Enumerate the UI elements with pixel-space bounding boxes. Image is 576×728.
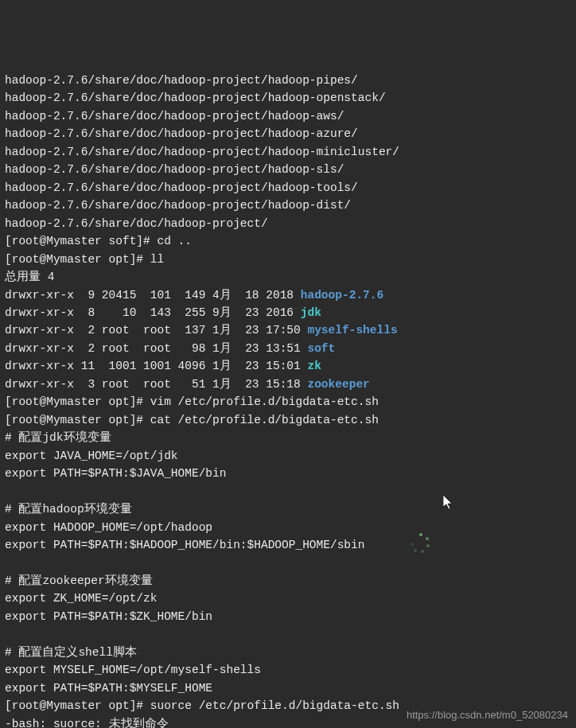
- file-content-line: # 配置jdk环境变量: [5, 429, 571, 446]
- file-content-line: export JAVA_HOME=/opt/jdk: [5, 447, 571, 465]
- ls-total: 总用量 4: [5, 268, 571, 286]
- file-content-line: [5, 555, 571, 572]
- ls-row: drwxr-xr-x 3 root root 51 1月 23 15:18 zo…: [5, 376, 571, 393]
- command-text: suorce /etc/profile.d/bigdata-etc.sh: [150, 699, 399, 712]
- shell-prompt: [root@Mymaster opt]#: [5, 253, 150, 266]
- tar-output-line: hadoop-2.7.6/share/doc/hadoop-project/ha…: [5, 72, 571, 89]
- file-content-line: # 配置zookeeper环境变量: [5, 572, 571, 590]
- file-content-line: export PATH=$PATH:$ZK_HOME/bin: [5, 608, 571, 625]
- command-line: [root@Mymaster opt]# cat /etc/profile.d/…: [5, 411, 571, 429]
- directory-name: myself-shells: [307, 324, 397, 337]
- file-content-line: # 配置hadoop环境变量: [5, 500, 571, 518]
- ls-row: drwxr-xr-x 2 root root 98 1月 23 13:51 so…: [5, 340, 571, 357]
- shell-prompt: [root@Mymaster opt]#: [5, 395, 150, 408]
- tar-output-line: hadoop-2.7.6/share/doc/hadoop-project/ha…: [5, 143, 571, 161]
- shell-prompt: [root@Mymaster soft]#: [5, 235, 157, 247]
- tar-output-line: hadoop-2.7.6/share/doc/hadoop-project/: [5, 215, 571, 232]
- ls-row: drwxr-xr-x 9 20415 101 149 4月 18 2018 ha…: [5, 286, 571, 304]
- command-text: vim /etc/profile.d/bigdata-etc.sh: [150, 395, 379, 408]
- ls-row: drwxr-xr-x 11 1001 1001 4096 1月 23 15:01…: [5, 357, 571, 375]
- file-content-line: export PATH=$PATH:$JAVA_HOME/bin: [5, 465, 571, 482]
- directory-name: hadoop-2.7.6: [301, 289, 383, 302]
- file-content-line: export PATH=$PATH:$HADOOP_HOME/bin:$HADO…: [5, 536, 571, 554]
- file-content-line: [5, 483, 571, 500]
- file-content-line: export MYSELF_HOME=/opt/myself-shells: [5, 661, 571, 679]
- file-content-line: export ZK_HOME=/opt/zk: [5, 590, 571, 607]
- terminal[interactable]: hadoop-2.7.6/share/doc/hadoop-project/ha…: [5, 72, 571, 728]
- tar-output-line: hadoop-2.7.6/share/doc/hadoop-project/ha…: [5, 161, 571, 178]
- file-content-line: [5, 625, 571, 643]
- tar-output-line: hadoop-2.7.6/share/doc/hadoop-project/ha…: [5, 125, 571, 142]
- shell-prompt: [root@Mymaster opt]#: [5, 414, 150, 426]
- directory-name: zk: [307, 360, 321, 372]
- tar-output-line: hadoop-2.7.6/share/doc/hadoop-project/ha…: [5, 89, 571, 107]
- command-line: [root@Mymaster opt]# ll: [5, 251, 571, 268]
- file-content-line: export PATH=$PATH:$MYSELF_HOME: [5, 679, 571, 697]
- command-line: [root@Mymaster soft]# cd ..: [5, 232, 571, 250]
- file-content-line: export HADOOP_HOME=/opt/hadoop: [5, 519, 571, 536]
- shell-prompt: [root@Mymaster opt]#: [5, 699, 150, 712]
- command-text: cat /etc/profile.d/bigdata-etc.sh: [150, 414, 379, 426]
- directory-name: soft: [307, 342, 335, 355]
- ls-row: drwxr-xr-x 8 10 143 255 9月 23 2016 jdk: [5, 304, 571, 321]
- command-text: cd ..: [157, 235, 192, 247]
- tar-output-line: hadoop-2.7.6/share/doc/hadoop-project/ha…: [5, 179, 571, 197]
- tar-output-line: hadoop-2.7.6/share/doc/hadoop-project/ha…: [5, 197, 571, 214]
- tar-output-line: hadoop-2.7.6/share/doc/hadoop-project/ha…: [5, 107, 571, 125]
- command-text: ll: [150, 253, 164, 266]
- watermark-text: https://blog.csdn.net/m0_52080234: [407, 707, 568, 723]
- file-content-line: # 配置自定义shell脚本: [5, 644, 571, 661]
- directory-name: jdk: [301, 306, 321, 319]
- directory-name: zookeeper: [307, 378, 369, 391]
- ls-row: drwxr-xr-x 2 root root 137 1月 23 17:50 m…: [5, 321, 571, 339]
- command-line: [root@Mymaster opt]# vim /etc/profile.d/…: [5, 393, 571, 411]
